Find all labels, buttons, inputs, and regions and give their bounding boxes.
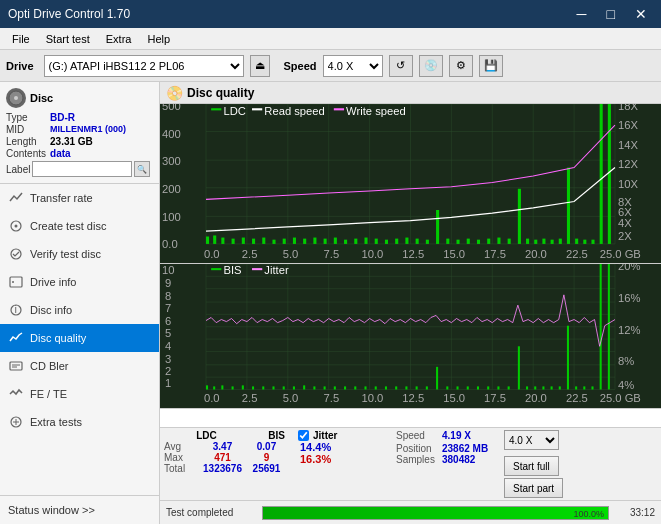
- progress-track: 100.0%: [262, 506, 609, 520]
- nav-extra-tests-label: Extra tests: [30, 416, 82, 428]
- svg-rect-162: [518, 346, 520, 389]
- svg-rect-37: [242, 238, 245, 244]
- label-label: Label: [6, 164, 30, 175]
- svg-rect-42: [293, 238, 296, 244]
- svg-rect-164: [534, 386, 536, 389]
- label-btn[interactable]: 🔍: [134, 161, 150, 177]
- nav-verify-test-disc-label: Verify test disc: [30, 248, 101, 260]
- svg-text:25.0 GB: 25.0 GB: [600, 392, 641, 404]
- speed-select[interactable]: 4.0 X: [323, 55, 383, 77]
- svg-rect-141: [303, 385, 305, 389]
- svg-rect-154: [436, 367, 438, 390]
- chart2-svg: 10 9 8 7 6 5 4 3 2 1 20% 16% 12% 8% 4%: [160, 264, 661, 408]
- settings-button[interactable]: ⚙: [449, 55, 473, 77]
- nav-disc-quality[interactable]: Disc quality: [0, 324, 159, 352]
- menu-help[interactable]: Help: [139, 31, 178, 47]
- svg-rect-46: [334, 238, 337, 244]
- svg-rect-59: [467, 239, 470, 244]
- svg-point-6: [12, 281, 14, 283]
- window-controls: ─ □ ✕: [571, 4, 653, 24]
- stats-bar: LDC BIS Avg 3.47 0.07 Max 471 9 Total 13…: [160, 427, 661, 500]
- refresh-button[interactable]: ↺: [389, 55, 413, 77]
- save-button[interactable]: 💾: [479, 55, 503, 77]
- nav-cd-bler[interactable]: CD Bler: [0, 352, 159, 380]
- samples-val: 380482: [442, 454, 475, 465]
- nav-transfer-rate[interactable]: Transfer rate: [0, 184, 159, 212]
- svg-rect-55: [426, 240, 429, 244]
- menu-extra[interactable]: Extra: [98, 31, 140, 47]
- svg-rect-74: [600, 104, 603, 244]
- svg-text:20.0: 20.0: [525, 392, 547, 404]
- disc-icon: [6, 88, 26, 108]
- disc-quality-header: 📀 Disc quality: [160, 82, 661, 104]
- nav-verify-test-disc[interactable]: Verify test disc: [0, 240, 159, 268]
- svg-rect-35: [221, 238, 224, 244]
- bis-avg: 0.07: [249, 441, 284, 452]
- nav-extra-tests[interactable]: Extra tests: [0, 408, 159, 436]
- svg-text:10X: 10X: [618, 178, 638, 190]
- speed-val: 4.19 X: [442, 430, 471, 441]
- menu-file[interactable]: File: [4, 31, 38, 47]
- verify-test-disc-icon: [8, 246, 24, 262]
- svg-text:i: i: [15, 303, 17, 315]
- speed-stat-label: Speed: [396, 430, 438, 441]
- drive-select[interactable]: (G:) ATAPI iHBS112 2 PL06: [44, 55, 244, 77]
- svg-rect-36: [232, 239, 235, 244]
- nav-disc-info[interactable]: i Disc info: [0, 296, 159, 324]
- chart1-svg: 500 400 300 200 100 0.0 18X 16X 14X 12X …: [160, 104, 661, 263]
- svg-text:200: 200: [162, 183, 181, 195]
- disc-button[interactable]: 💿: [419, 55, 443, 77]
- start-part-button[interactable]: Start part: [504, 478, 563, 498]
- svg-text:12.5: 12.5: [402, 248, 424, 260]
- disc-title: Disc: [30, 92, 53, 104]
- minimize-button[interactable]: ─: [571, 4, 593, 24]
- svg-text:22.5: 22.5: [566, 392, 588, 404]
- svg-text:2: 2: [165, 365, 171, 377]
- svg-text:0.0: 0.0: [162, 238, 178, 250]
- contents-label: Contents: [6, 148, 46, 159]
- titlebar: Opti Drive Control 1.70 ─ □ ✕: [0, 0, 661, 28]
- status-window-button[interactable]: Status window >>: [0, 496, 159, 524]
- svg-rect-159: [487, 386, 489, 389]
- svg-rect-51: [385, 240, 388, 244]
- sidebar: Disc Type BD-R MID MILLENMR1 (000) Lengt…: [0, 82, 160, 524]
- nav-drive-info[interactable]: Drive info: [0, 268, 159, 296]
- disc-header: Disc: [6, 88, 153, 108]
- svg-text:5.0: 5.0: [283, 392, 299, 404]
- svg-text:10.0: 10.0: [361, 392, 383, 404]
- progress-fill: [263, 507, 608, 519]
- svg-rect-150: [395, 386, 397, 389]
- bis-col-header: BIS: [259, 430, 294, 441]
- ldc-avg: 3.47: [200, 441, 245, 452]
- svg-text:12X: 12X: [618, 157, 638, 169]
- nav-fe-te[interactable]: FE / TE: [0, 380, 159, 408]
- label-input[interactable]: [32, 161, 132, 177]
- svg-text:17.5: 17.5: [484, 392, 506, 404]
- chart1-container: 500 400 300 200 100 0.0 18X 16X 14X 12X …: [160, 104, 661, 264]
- svg-rect-131: [206, 385, 208, 389]
- progress-pct: 100.0%: [573, 507, 604, 521]
- eject-button[interactable]: ⏏: [250, 55, 270, 77]
- svg-text:4X: 4X: [618, 217, 632, 229]
- max-label: Max: [164, 452, 196, 463]
- svg-text:10: 10: [162, 264, 174, 276]
- speed-set-select[interactable]: 4.0 X: [504, 430, 559, 450]
- menu-start-test[interactable]: Start test: [38, 31, 98, 47]
- svg-text:9: 9: [165, 277, 171, 289]
- svg-text:16X: 16X: [618, 119, 638, 131]
- svg-text:7.5: 7.5: [324, 392, 340, 404]
- jitter-checkbox[interactable]: [298, 430, 309, 441]
- svg-rect-33: [206, 237, 209, 244]
- svg-rect-104: [252, 108, 262, 110]
- svg-rect-142: [313, 386, 315, 389]
- maximize-button[interactable]: □: [601, 4, 621, 24]
- svg-rect-157: [467, 386, 469, 389]
- nav-create-test-disc[interactable]: Create test disc: [0, 212, 159, 240]
- length-label: Length: [6, 136, 46, 147]
- svg-rect-134: [232, 386, 234, 389]
- svg-rect-57: [446, 239, 449, 244]
- svg-text:100: 100: [162, 210, 181, 222]
- close-button[interactable]: ✕: [629, 4, 653, 24]
- svg-rect-58: [457, 240, 460, 244]
- start-full-button[interactable]: Start full: [504, 456, 559, 476]
